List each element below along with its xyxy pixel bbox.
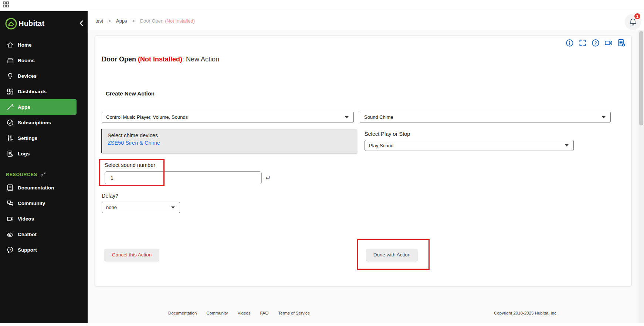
section-heading: Create New Action [106,90,155,97]
sidebar-item-label: Home [18,42,32,48]
video-tutorial-icon[interactable] [604,38,613,47]
sidebar-item-label: Rooms [18,58,35,63]
help-bubble-icon: ? [6,246,14,254]
sidebar-item-documentation[interactable]: Documentation [0,180,88,195]
sound-number-label: Select sound number [105,162,155,168]
sidebar-item-dashboards[interactable]: Dashboards [0,84,88,99]
sidebar-collapse-icon[interactable] [78,19,87,28]
sidebar-item-apps[interactable]: Apps [0,99,77,115]
chime-devices-box[interactable]: Select chime devices ZSE50 Siren & Chime [101,129,357,153]
title-suffix: : New Action [182,56,219,63]
sidebar-logo-row: Hubitat [0,14,88,33]
action-select[interactable]: Sound Chime [360,112,611,122]
footer-links: Documentation Community Videos FAQ Terms… [168,311,310,315]
delay-value: none [106,205,171,210]
robot-icon [6,230,14,238]
sliders-icon [6,134,14,142]
svg-text:?: ? [594,41,597,45]
capability-select-value: Control Music Player, Volume, Sounds [106,114,345,120]
sidebar-item-label: Videos [18,216,34,222]
book-icon [6,184,14,192]
sidebar-resources-nav: Documentation Community Videos [0,180,88,258]
chevron-down-icon [565,144,569,147]
sidebar-item-settings[interactable]: Settings [0,130,88,146]
breadcrumb-apps[interactable]: Apps [116,18,127,24]
cancel-action-button[interactable]: Cancel this Action [105,249,159,261]
play-or-stop-value: Play Sound [369,143,565,148]
chevron-down-icon [171,206,175,209]
footer-link-documentation[interactable]: Documentation [168,311,197,315]
svg-text:?: ? [9,248,11,252]
info-icon[interactable] [565,38,574,47]
sound-number-input[interactable] [105,171,262,184]
bed-icon [6,56,14,64]
delay-select[interactable]: none [102,202,180,213]
sidebar-item-label: Dashboards [18,89,47,94]
sidebar-item-devices[interactable]: Devices [0,68,88,84]
done-action-button[interactable]: Done with Action [366,249,417,261]
resources-header: RESOURCES [0,171,88,178]
magic-wand-icon [6,103,14,111]
sidebar-item-logs[interactable]: Logs [0,146,88,161]
sidebar-item-subscriptions[interactable]: Subscriptions [0,115,88,130]
home-icon [6,41,14,49]
footer-link-faq[interactable]: FAQ [260,311,268,315]
vertical-scrollbar[interactable] [638,30,644,323]
app-name: Door Open [102,56,138,63]
app-config-card: ? Door Open (Not Installed): New Action … [95,36,631,286]
sidebar-item-label: Logs [18,151,30,157]
sidebar-item-label: Chatbot [18,232,37,237]
brand-name: Hubitat [18,19,44,28]
sidebar-item-home[interactable]: Home [0,37,88,53]
sidebar-item-community[interactable]: Community [0,195,88,211]
sidebar-item-label: Support [18,247,37,253]
delay-label: Delay? [102,193,118,199]
app-grid-icon[interactable] [3,1,9,9]
breadcrumb-separator: > [108,19,111,24]
breadcrumb-separator: > [132,19,135,24]
footer-link-videos[interactable]: Videos [238,311,251,315]
breadcrumb-current-page: Door Open [140,18,164,24]
chevron-down-icon [345,116,349,118]
scrollbar-thumb[interactable] [639,31,643,125]
sidebar-item-label: Documentation [18,185,54,191]
chat-bubbles-icon [6,199,14,207]
sidebar-item-label: Devices [18,73,37,79]
breadcrumb-bar: test > Apps > Door Open (Not Installed) … [88,11,644,30]
chime-devices-label: Select chime devices [108,132,158,138]
play-or-stop-label: Select Play or Stop [365,131,410,137]
sidebar-item-label: Subscriptions [18,120,51,125]
action-select-value: Sound Chime [364,114,602,120]
app-status: (Not Installed) [138,56,182,63]
collapse-arrows-icon[interactable] [41,171,46,178]
video-camera-icon [6,215,14,223]
sidebar-item-rooms[interactable]: Rooms [0,53,88,68]
capability-select[interactable]: Control Music Player, Volume, Sounds [102,112,354,122]
sidebar-item-support[interactable]: ? Support [0,242,88,258]
footer-link-terms[interactable]: Terms of Service [278,311,310,315]
card-toolbar: ? [565,38,626,47]
sidebar-item-label: Community [18,201,45,206]
help-icon[interactable]: ? [591,38,600,47]
sidebar-item-videos[interactable]: Videos [0,211,88,226]
page-title: Door Open (Not Installed): New Action [102,56,219,63]
fullscreen-icon[interactable] [578,38,587,47]
notification-count-badge: 1 [634,13,641,20]
resources-label: RESOURCES [6,172,37,177]
release-notes-icon[interactable] [617,38,626,47]
submit-enter-icon[interactable]: ↵ [265,174,271,182]
breadcrumb-hub[interactable]: test [95,18,103,24]
check-circle-icon [6,118,14,127]
dashboard-icon [6,87,14,95]
play-or-stop-select[interactable]: Play Sound [365,140,574,151]
content-area: ? Door Open (Not Installed): New Action … [88,30,644,323]
chime-device-link[interactable]: ZSE50 Siren & Chime [108,140,160,146]
sidebar-item-chatbot[interactable]: Chatbot [0,226,88,242]
horizontal-scrollbar-track [0,323,644,326]
hubitat-logo-icon [5,17,17,31]
sidebar-item-label: Settings [18,135,37,141]
footer-copyright: Copyright 2018-2025 Hubitat, Inc. [494,311,557,315]
notifications-button[interactable]: 1 [625,14,641,30]
footer-link-community[interactable]: Community [206,311,228,315]
lightbulb-icon [6,72,14,80]
